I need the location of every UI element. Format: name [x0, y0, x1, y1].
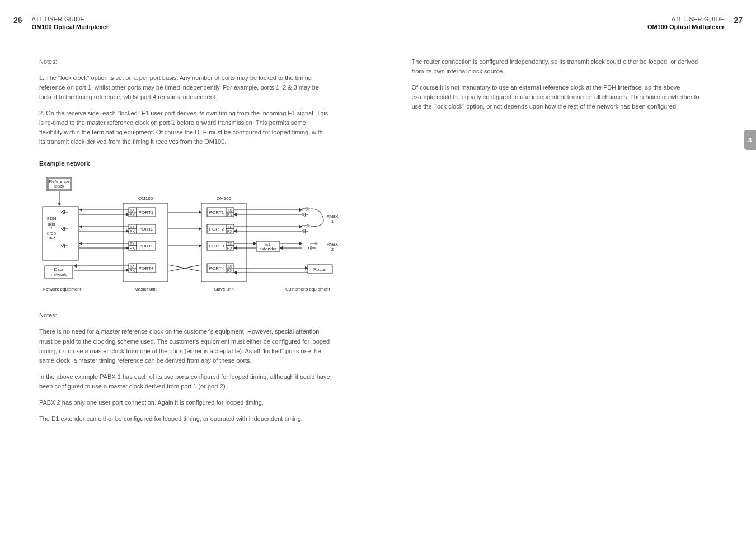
svg-text:PABX: PABX [327, 242, 339, 247]
svg-text:Router: Router [313, 267, 327, 272]
page-number-left: 26 [13, 16, 22, 25]
left-body: Notes: 1. The "lock clock" option is set… [39, 57, 330, 424]
example-network-heading: Example network [39, 159, 330, 168]
note-paragraph-5: PABX 2 has only one user port connection… [39, 398, 330, 407]
svg-text:Customer's equipment: Customer's equipment [285, 287, 331, 292]
svg-text:2: 2 [331, 247, 334, 252]
svg-text:OM100: OM100 [217, 196, 232, 201]
section-tab-number: 3 [748, 137, 752, 143]
svg-text:RX: RX [130, 213, 135, 217]
svg-text:RX: RX [227, 213, 233, 217]
svg-text:network: network [51, 272, 67, 277]
right-body: The router connection is configured inde… [412, 57, 703, 111]
svg-text:Network equipment: Network equipment [43, 287, 82, 292]
svg-text:TX: TX [227, 208, 232, 212]
note-paragraph-6: The E1 extender can either be configured… [39, 414, 330, 424]
svg-text:PORT1: PORT1 [139, 210, 154, 215]
svg-text:RX: RX [130, 269, 135, 273]
header-left: 26 ATL USER GUIDE OM100 Optical Multiple… [13, 16, 345, 32]
svg-text:Slave unit: Slave unit [214, 287, 234, 292]
header-guide-title: ATL USER GUIDE [32, 16, 109, 22]
svg-text:PORT2: PORT2 [139, 227, 154, 232]
svg-text:PORT3: PORT3 [209, 243, 224, 249]
svg-text:extender: extender [259, 246, 276, 251]
svg-text:SDH: SDH [47, 216, 57, 221]
svg-text:TX: TX [227, 242, 232, 246]
note-paragraph-4: In the above example PABX 1 has each of … [39, 372, 330, 391]
header-divider [27, 16, 27, 32]
right-paragraph-2: Of course it is not mandatory to use an … [412, 83, 703, 111]
header-product-title: OM100 Optical Multiplexer [32, 24, 109, 30]
svg-text:PORT4: PORT4 [139, 266, 154, 271]
notes-heading-2: Notes: [39, 311, 330, 320]
svg-text:TX: TX [227, 225, 232, 229]
page-number-right: 27 [734, 16, 743, 25]
svg-text:PORT1: PORT1 [209, 210, 224, 215]
svg-text:PORT4: PORT4 [209, 266, 224, 271]
svg-text:RX: RX [227, 269, 233, 273]
svg-text:OM100: OM100 [138, 196, 153, 201]
page-left: 26 ATL USER GUIDE OM100 Optical Multiple… [0, 0, 378, 534]
note-paragraph-3: There is no need for a master reference … [39, 327, 330, 365]
example-network-diagram: Reference clock SDH add / drop mux [39, 175, 330, 298]
svg-text:1: 1 [331, 219, 334, 224]
header-divider-right [729, 16, 729, 32]
svg-text:clock: clock [54, 184, 65, 189]
svg-text:RX: RX [227, 246, 233, 250]
svg-text:mux: mux [47, 235, 55, 240]
svg-text:TX: TX [227, 264, 232, 268]
svg-text:RX: RX [130, 229, 135, 233]
svg-text:Master unit: Master unit [134, 287, 157, 292]
svg-text:TX: TX [130, 225, 135, 229]
svg-text:PABX: PABX [327, 214, 339, 219]
note-paragraph-1: 1. The "lock clock" option is set on a p… [39, 73, 330, 102]
header-guide-title-right: ATL USER GUIDE [647, 16, 725, 22]
svg-text:PORT2: PORT2 [209, 227, 224, 232]
svg-text:RX: RX [130, 246, 135, 250]
svg-text:PORT3: PORT3 [139, 243, 154, 249]
header-right: ATL USER GUIDE OM100 Optical Multiplexer… [412, 16, 743, 32]
notes-heading-1: Notes: [39, 57, 330, 67]
page-right: ATL USER GUIDE OM100 Optical Multiplexer… [378, 0, 757, 534]
svg-text:Data: Data [54, 267, 64, 272]
svg-text:TX: TX [130, 242, 135, 246]
svg-text:TX: TX [130, 208, 135, 212]
header-product-title-right: OM100 Optical Multiplexer [647, 24, 725, 30]
svg-text:RX: RX [227, 229, 233, 233]
note-paragraph-2: 2. On the receive side, each "locked" E1… [39, 109, 330, 147]
right-paragraph-1: The router connection is configured inde… [412, 57, 703, 76]
section-tab: 3 [744, 130, 756, 150]
svg-text:TX: TX [130, 264, 135, 268]
